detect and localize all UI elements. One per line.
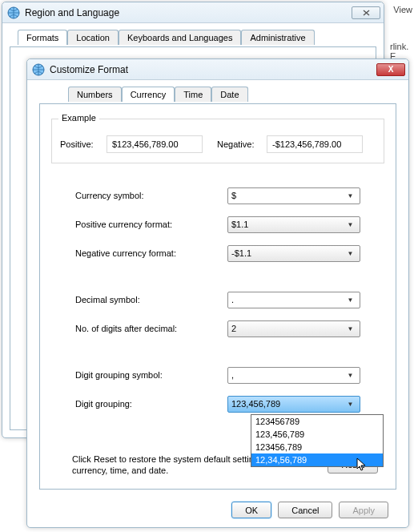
digits-after-decimal-row: No. of digits after decimal: 2 ▼: [75, 314, 388, 343]
chevron-down-icon: ▼: [344, 398, 356, 410]
example-row: Positive: $123,456,789.00 Negative: -$12…: [60, 135, 376, 153]
region-title: Region and Language: [25, 7, 352, 18]
chevron-down-icon: ▼: [344, 248, 356, 260]
tab-formats[interactable]: Formats: [18, 30, 67, 45]
negative-format-value: -$1.1: [231, 248, 344, 258]
region-titlebar[interactable]: Region and Language: [2, 2, 384, 23]
positive-format-row: Positive currency format: $1.1 ▼: [75, 210, 388, 239]
negative-value: -$123,456,789.00: [267, 135, 363, 153]
custom-client: Numbers Currency Time Date Example Posit…: [28, 81, 408, 526]
example-legend: Example: [58, 113, 99, 123]
apply-button[interactable]: Apply: [339, 502, 388, 518]
region-tabstrip: Formats Location Keyboards and Languages…: [3, 24, 383, 44]
chevron-down-icon: ▼: [344, 323, 356, 335]
dropdown-option[interactable]: 123456,789: [251, 441, 383, 453]
positive-value: $123,456,789.00: [107, 135, 203, 153]
decimal-symbol-row: Decimal symbol: . ▼: [75, 285, 388, 314]
custom-tabstrip: Numbers Currency Time Date: [28, 81, 408, 101]
globe-icon: [7, 6, 20, 19]
positive-format-combo[interactable]: $1.1 ▼: [227, 216, 360, 233]
tab-numbers[interactable]: Numbers: [68, 87, 122, 102]
positive-format-label: Positive currency format:: [75, 220, 227, 229]
close-icon: [363, 10, 370, 16]
chevron-down-icon: ▼: [344, 294, 356, 306]
ok-button[interactable]: OK: [231, 502, 271, 518]
currency-symbol-row: Currency symbol: $ ▼: [75, 181, 388, 210]
digits-after-decimal-combo[interactable]: 2 ▼: [227, 320, 360, 337]
digits-after-decimal-label: No. of digits after decimal:: [75, 324, 227, 333]
background-fragment: View rlink. E: [390, 0, 414, 48]
negative-label: Negative:: [217, 139, 262, 149]
currency-form: Currency symbol: $ ▼ Positive currency f…: [75, 181, 388, 418]
chevron-down-icon: ▼: [344, 190, 356, 202]
positive-format-value: $1.1: [231, 220, 344, 229]
tab-currency[interactable]: Currency: [122, 87, 175, 102]
grouping-symbol-combo[interactable]: , ▼: [227, 367, 360, 384]
grouping-symbol-label: Digit grouping symbol:: [75, 370, 227, 380]
tab-date[interactable]: Date: [211, 87, 247, 102]
dialog-buttons: OK Cancel Apply: [231, 502, 388, 518]
negative-format-label: Negative currency format:: [75, 248, 227, 258]
currency-symbol-label: Currency symbol:: [75, 191, 227, 200]
digit-grouping-value: 123,456,789: [231, 399, 344, 409]
example-group: Example Positive: $123,456,789.00 Negati…: [51, 119, 384, 163]
digits-after-decimal-value: 2: [231, 324, 344, 333]
bg-view-text: View: [393, 5, 412, 14]
region-close-button[interactable]: [352, 6, 380, 19]
tab-keyboards-languages[interactable]: Keyboards and Languages: [119, 30, 242, 45]
tab-time[interactable]: Time: [175, 87, 211, 102]
decimal-symbol-label: Decimal symbol:: [75, 295, 227, 304]
grouping-symbol-value: ,: [231, 370, 344, 380]
decimal-symbol-combo[interactable]: . ▼: [227, 292, 360, 308]
tab-location[interactable]: Location: [67, 30, 119, 45]
digit-grouping-label: Digit grouping:: [75, 399, 227, 409]
chevron-down-icon: ▼: [344, 369, 356, 381]
cancel-button[interactable]: Cancel: [278, 502, 332, 518]
dropdown-option[interactable]: 123,456,789: [251, 428, 383, 441]
tab-administrative[interactable]: Administrative: [241, 30, 314, 45]
custom-titlebar[interactable]: Customize Format X: [27, 59, 408, 80]
positive-label: Positive:: [60, 139, 102, 149]
currency-symbol-combo[interactable]: $ ▼: [227, 187, 360, 204]
custom-title: Customize Format: [50, 64, 376, 75]
customize-format-window: Customize Format X Numbers Currency Time…: [26, 58, 409, 528]
negative-format-row: Negative currency format: -$1.1 ▼: [75, 239, 388, 268]
globe-icon: [32, 63, 45, 76]
chevron-down-icon: ▼: [344, 219, 356, 231]
negative-format-combo[interactable]: -$1.1 ▼: [227, 245, 360, 262]
decimal-symbol-value: .: [231, 295, 344, 304]
currency-symbol-value: $: [231, 191, 344, 200]
grouping-symbol-row: Digit grouping symbol: , ▼: [75, 361, 388, 389]
cursor-icon: [356, 457, 368, 474]
digit-grouping-combo[interactable]: 123,456,789 ▼: [227, 396, 360, 413]
dropdown-option[interactable]: 123456789: [251, 415, 383, 428]
custom-close-button[interactable]: X: [376, 63, 405, 76]
